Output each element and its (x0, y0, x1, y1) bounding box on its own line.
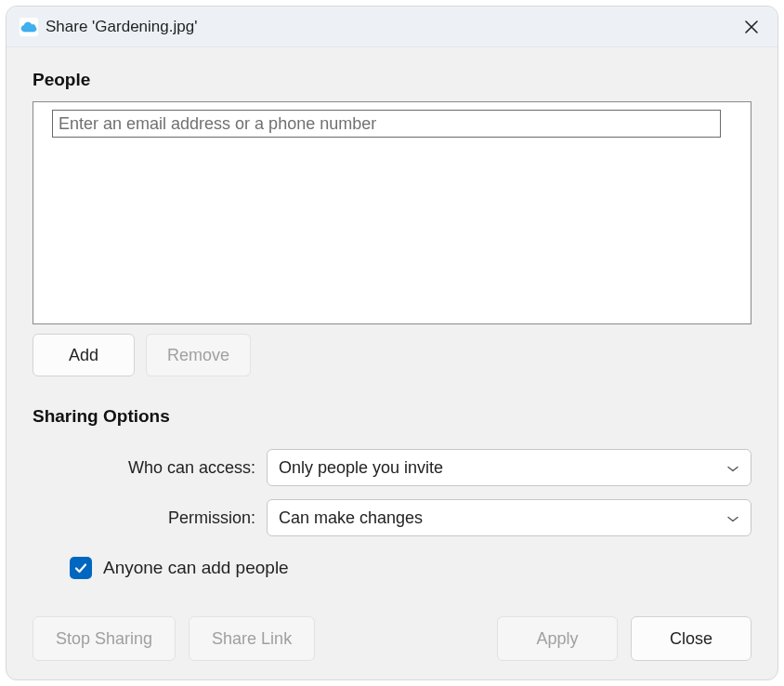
who-can-access-value: Only people you invite (279, 458, 443, 478)
anyone-can-add-row: Anyone can add people (70, 557, 751, 579)
footer-spacer (328, 616, 484, 661)
close-icon (744, 20, 759, 34)
cloud-icon (20, 18, 38, 36)
people-heading: People (33, 70, 751, 90)
add-button[interactable]: Add (33, 334, 135, 376)
anyone-can-add-checkbox[interactable] (70, 557, 92, 579)
people-buttons: Add Remove (33, 334, 751, 376)
people-list-box (33, 101, 751, 324)
titlebar: Share 'Gardening.jpg' (7, 7, 777, 47)
share-link-button[interactable]: Share Link (189, 616, 315, 661)
close-button[interactable] (735, 10, 768, 44)
sharing-options-heading: Sharing Options (33, 406, 751, 427)
sharing-options-grid: Who can access: Only people you invite P… (70, 449, 751, 536)
chevron-down-icon (726, 508, 739, 528)
check-icon (73, 561, 88, 575)
dialog-title: Share 'Gardening.jpg' (46, 18, 735, 36)
stop-sharing-button[interactable]: Stop Sharing (33, 616, 176, 661)
permission-value: Can make changes (279, 508, 423, 528)
apply-button[interactable]: Apply (497, 616, 618, 661)
permission-label: Permission: (70, 508, 255, 528)
remove-button[interactable]: Remove (146, 334, 251, 376)
dialog-content: People Add Remove Sharing Options Who ca… (7, 47, 777, 679)
permission-select[interactable]: Can make changes (267, 499, 751, 536)
who-can-access-label: Who can access: (70, 458, 255, 478)
close-dialog-button[interactable]: Close (631, 616, 751, 661)
dialog-footer: Stop Sharing Share Link Apply Close (33, 598, 751, 661)
share-dialog: Share 'Gardening.jpg' People Add Remove … (6, 6, 778, 680)
who-can-access-select[interactable]: Only people you invite (267, 449, 751, 486)
email-input[interactable] (52, 110, 721, 138)
chevron-down-icon (726, 458, 739, 478)
anyone-can-add-label[interactable]: Anyone can add people (103, 558, 289, 578)
